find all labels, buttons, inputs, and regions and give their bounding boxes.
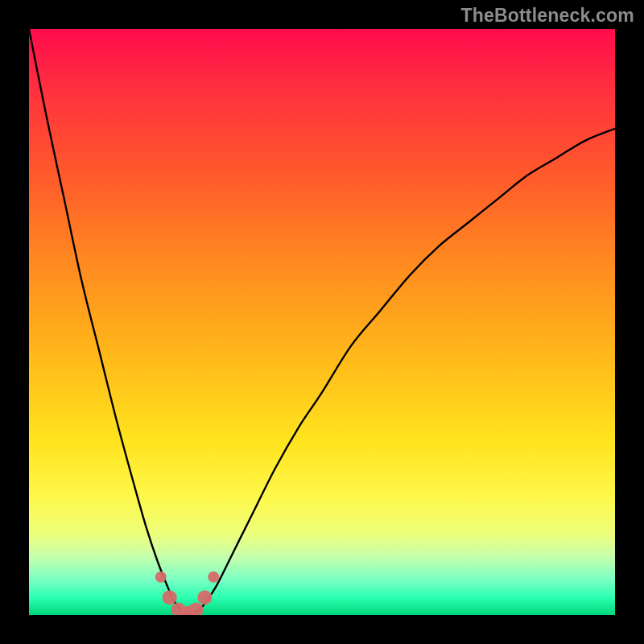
curve-marker bbox=[163, 590, 177, 605]
curve-marker bbox=[208, 572, 219, 583]
curve-marker bbox=[197, 590, 212, 605]
curve-marker bbox=[155, 572, 167, 583]
bottleneck-curve-svg bbox=[29, 29, 615, 615]
watermark-text: TheBottleneck.com bbox=[460, 5, 634, 27]
chart-frame: TheBottleneck.com bbox=[0, 0, 644, 644]
curve-marker bbox=[188, 602, 203, 615]
bottleneck-curve bbox=[29, 29, 615, 614]
chart-plot-area bbox=[29, 29, 615, 615]
